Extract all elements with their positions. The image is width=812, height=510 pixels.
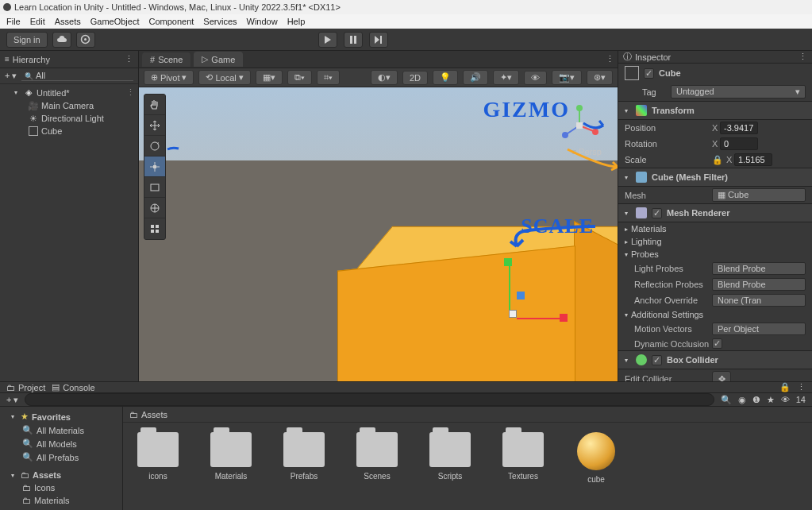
visibility-toggle[interactable]: 👁 — [524, 71, 547, 85]
tree-folder-materials[interactable]: 🗀Materials — [0, 494, 122, 507]
anchor-override-dropdown[interactable]: None (Tran — [712, 294, 806, 307]
boxcollider-component-header[interactable]: ▾ ✓ Box Collider — [618, 350, 812, 369]
meshfilter-component-header[interactable]: ▾ Cube (Mesh Filter) — [618, 168, 812, 187]
grid-toggle[interactable]: ▦▾ — [256, 70, 283, 85]
asset-scripts-folder[interactable]: Scripts — [425, 432, 475, 481]
hand-tool[interactable] — [144, 95, 165, 115]
step-button[interactable] — [369, 32, 388, 48]
transform-tool[interactable] — [144, 198, 165, 218]
tree-folder-prefabs[interactable]: 🗀Prefabs — [0, 507, 122, 510]
tag-dropdown[interactable]: Untagged ▾ — [671, 85, 806, 99]
snap-inc[interactable]: ⌗▾ — [317, 70, 340, 85]
position-x-input[interactable]: -3.9417 — [720, 122, 758, 134]
rotation-x-input[interactable]: 0 — [720, 137, 758, 150]
asset-prefabs-folder[interactable]: Prefabs — [279, 432, 329, 481]
scene-cube-object[interactable] — [345, 226, 615, 381]
asset-textures-folder[interactable]: Textures — [498, 432, 548, 481]
lock-icon[interactable]: 🔒 — [779, 382, 791, 392]
menu-services[interactable]: Services — [203, 17, 237, 26]
filter-type-icon[interactable]: ◉ — [738, 395, 746, 405]
2d-toggle[interactable]: 2D — [402, 71, 428, 85]
signin-button[interactable]: Sign in — [6, 32, 48, 48]
transform-component-header[interactable]: ▾ Transform — [618, 101, 812, 120]
reflection-probes-dropdown[interactable]: Blend Probe — [712, 278, 806, 291]
assets-root[interactable]: ▾🗀Assets — [0, 469, 122, 481]
local-toggle[interactable]: ⟲Local▾ — [198, 70, 250, 85]
gizmos-toggle[interactable]: ⊛▾ — [587, 70, 613, 85]
menu-file[interactable]: File — [6, 17, 21, 26]
active-checkbox[interactable]: ✓ — [644, 68, 654, 79]
collider-enable-checkbox[interactable]: ✓ — [652, 355, 662, 365]
gizmo-handle-z[interactable] — [517, 292, 525, 299]
gizmo-axis-x[interactable] — [517, 318, 563, 319]
probes-foldout[interactable]: Probes — [631, 249, 659, 259]
hierarchy-item-light[interactable]: ☀ Directional Light — [0, 112, 138, 125]
settings-icon[interactable] — [76, 32, 95, 48]
menu-edit[interactable]: Edit — [30, 17, 45, 26]
hierarchy-item-camera[interactable]: 🎥 Main Camera — [0, 99, 138, 112]
search-filter-icon[interactable]: 🔍 — [721, 395, 732, 405]
asset-cube-material[interactable]: cube — [571, 432, 622, 484]
move-tool[interactable] — [144, 115, 165, 136]
favorite-all-models[interactable]: 🔍All Models — [0, 437, 122, 450]
menu-component[interactable]: Component — [148, 17, 194, 26]
meshrenderer-component-header[interactable]: ▾ ✓ Mesh Renderer — [618, 203, 812, 222]
panel-menu-icon[interactable]: ⋮ — [797, 382, 806, 392]
perspective-label[interactable]: ≡ Persp — [572, 147, 602, 156]
asset-scenes-folder[interactable]: Scenes — [352, 432, 402, 481]
hierarchy-item-cube[interactable]: Cube — [0, 125, 138, 137]
orientation-gizmo[interactable] — [557, 103, 602, 148]
menu-window[interactable]: Window — [247, 17, 278, 26]
snap-toggle[interactable]: ⧉▾ — [287, 70, 312, 85]
scale-tool[interactable] — [144, 156, 165, 177]
tab-game[interactable]: ▷ Game — [194, 52, 243, 67]
expand-icon[interactable]: ▾ — [625, 107, 631, 114]
object-name[interactable]: Cube — [659, 68, 681, 78]
panel-menu-icon[interactable]: ⋮ — [799, 52, 807, 62]
gizmo-handle-x[interactable] — [560, 314, 568, 322]
asset-materials-folder[interactable]: Materials — [206, 432, 256, 481]
panel-menu-icon[interactable]: ⋮ — [125, 54, 133, 64]
expand-icon[interactable]: ▾ — [625, 357, 631, 364]
tree-folder-icons[interactable]: 🗀Icons — [0, 481, 122, 494]
favorites-root[interactable]: ▾★Favorites — [0, 410, 122, 423]
scene-root-item[interactable]: ▾ ◈ Untitled* ⋮ — [0, 86, 138, 99]
create-asset-dropdown[interactable]: + ▾ — [6, 395, 18, 405]
project-breadcrumb[interactable]: 🗀Assets — [123, 407, 812, 423]
menu-help[interactable]: Help — [287, 17, 306, 26]
scale-x-input[interactable]: 1.5165 — [734, 153, 772, 166]
tab-console[interactable]: ▤Console — [52, 382, 94, 392]
rect-tool[interactable] — [144, 177, 165, 198]
filter-label-icon[interactable]: ❶ — [752, 395, 760, 405]
asset-icons-folder[interactable]: icons — [133, 432, 183, 481]
custom-tools[interactable] — [144, 218, 165, 239]
fx-toggle[interactable]: ✦▾ — [493, 70, 519, 85]
play-button[interactable] — [318, 32, 337, 48]
dynamic-occlusion-checkbox[interactable]: ✓ — [712, 338, 722, 349]
expand-icon[interactable]: ▾ — [625, 210, 631, 217]
create-dropdown[interactable]: + ▾ — [5, 71, 17, 81]
favorite-all-prefabs[interactable]: 🔍All Prefabs — [0, 450, 122, 464]
additional-foldout[interactable]: Additional Settings — [631, 310, 703, 319]
expand-icon[interactable]: ▾ — [14, 89, 21, 96]
favorite-all-materials[interactable]: 🔍All Materials — [0, 423, 122, 437]
menu-gameobject[interactable]: GameObject — [90, 17, 140, 26]
renderer-enable-checkbox[interactable]: ✓ — [652, 208, 662, 218]
audio-toggle[interactable]: 🔊 — [463, 70, 488, 85]
tab-scene[interactable]: # Scene — [142, 52, 190, 67]
gizmo-axis-y[interactable] — [509, 266, 510, 314]
expand-icon[interactable]: ▾ — [625, 174, 631, 181]
gizmo-handle-uniform[interactable] — [509, 310, 517, 318]
lighting-toggle[interactable]: 💡 — [433, 70, 458, 85]
lighting-foldout[interactable]: Lighting — [631, 237, 662, 246]
camera-toggle[interactable]: 📷▾ — [552, 70, 582, 85]
tab-project[interactable]: 🗀Project — [6, 383, 45, 392]
cloud-icon[interactable] — [52, 32, 71, 48]
pivot-toggle[interactable]: ⊕Pivot▾ — [144, 70, 194, 85]
pause-button[interactable] — [344, 32, 363, 48]
edit-collider-button[interactable]: ✥ — [712, 371, 731, 381]
hidden-packages-icon[interactable]: 👁 — [781, 395, 790, 404]
panel-menu-icon[interactable]: ⋮ — [606, 54, 614, 64]
save-search-icon[interactable]: ★ — [767, 395, 775, 405]
gizmo-handle-y[interactable] — [504, 258, 512, 266]
